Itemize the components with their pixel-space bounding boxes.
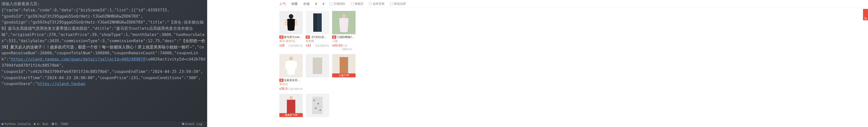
- product-sub: 森马 券231元: [279, 39, 303, 43]
- footer-python-console-label: Python Console: [4, 122, 31, 126]
- svg-point-25: [319, 110, 321, 111]
- product-price: ¥33: [306, 43, 311, 47]
- footer-run[interactable]: 4: Run: [34, 122, 48, 126]
- product-card[interactable]: 券【尺码任选】中老年冰丝裤… 券抢购 ¥33 已售1000+件: [306, 11, 329, 51]
- svg-point-23: [317, 103, 319, 104]
- svg-point-1: [289, 14, 293, 18]
- filter-flagship[interactable]: 旗舰店: [351, 2, 364, 6]
- footer-todo-label: 6: TODO: [55, 122, 68, 126]
- product-image: [279, 54, 303, 77]
- filter-selected-brand-label: 精选品牌: [394, 2, 406, 6]
- product-price-row: ¥39 已售3000+件: [279, 43, 303, 48]
- footer-event-log-label: Event Log: [185, 122, 202, 126]
- product-price-row: ¥38.9 已售1000+件: [279, 87, 303, 91]
- checkbox-icon: [330, 2, 333, 5]
- ide-footer: Python Console 4: Run 6: TODO Event Log: [0, 121, 207, 127]
- currency-symbol-1: ¥: [315, 2, 317, 6]
- product-card[interactable]: [306, 54, 329, 91]
- footer-python-console[interactable]: Python Console: [1, 122, 31, 126]
- filter-tmall-global[interactable]: 天猫国际: [330, 2, 345, 6]
- svg-point-22: [313, 99, 315, 101]
- product-image: [306, 54, 329, 77]
- coupon-badge: 券: [279, 79, 283, 82]
- product-title: 券森马官方outlets连衣裙黑色…: [279, 35, 303, 39]
- filter-selected-brand[interactable]: 精选品牌: [390, 2, 406, 6]
- product-sold: 已售1000+件: [315, 44, 329, 48]
- svg-point-18: [289, 96, 293, 99]
- product-title-text: 森马官方outlets连衣裙黑色…: [284, 36, 303, 38]
- coupon-badge: 券: [332, 36, 336, 39]
- product-card[interactable]: 满减券下69: [279, 94, 303, 117]
- sidebar-tag[interactable]: 为: [863, 9, 868, 20]
- promo-strip: 立减下69: [332, 74, 355, 77]
- product-sub: 券10元: [279, 83, 303, 86]
- product-sub: 券抢购: [306, 39, 329, 43]
- todo-icon: [52, 123, 54, 125]
- console-prompt-line: 请输入你要查第几页:: [1, 1, 40, 6]
- svg-rect-16: [340, 57, 348, 74]
- tab-popularity[interactable]: 人气: [279, 2, 286, 6]
- console-link-2[interactable]: https://uland.taobao: [38, 81, 86, 86]
- product-price: ¥39: [279, 43, 285, 47]
- product-title-text: 拉索尼冰丝渔夫帽短袖防晒衣…: [284, 79, 303, 82]
- product-card[interactable]: [306, 94, 329, 117]
- checkbox-icon: [390, 2, 393, 5]
- product-image: [306, 11, 329, 34]
- promo-strip: 满减券下69: [279, 113, 303, 117]
- run-icon: [34, 123, 36, 125]
- product-price-row: ¥49.63 已售5000+件: [332, 43, 355, 51]
- event-log-icon: [182, 123, 184, 125]
- svg-rect-11: [285, 61, 287, 69]
- product-sold: 已售5000+件: [342, 44, 355, 51]
- shopping-panel: 人气 销量 价格 ¥ ¥ 天猫国际 旗舰店 金牌卖家 精选品牌 券森马官方out…: [276, 0, 868, 127]
- filter-flagship-label: 旗舰店: [354, 2, 364, 6]
- svg-rect-14: [313, 57, 322, 74]
- svg-rect-6: [313, 13, 317, 32]
- checkbox-icon: [369, 2, 372, 5]
- product-image: [279, 11, 303, 34]
- python-icon: [1, 123, 3, 125]
- console-link-1[interactable]: https://uland.taobao.com/quan/detail?sel…: [11, 57, 146, 61]
- product-price: ¥49.63: [332, 43, 342, 47]
- svg-point-8: [342, 14, 346, 18]
- product-sold: 已售3000+件: [288, 44, 303, 48]
- ide-console-panel: 请输入你要查第几页: {"cache":false,"code":0,"data…: [0, 0, 207, 127]
- filter-gold-seller[interactable]: 金牌卖家: [369, 2, 385, 6]
- coupon-badge: 券: [279, 36, 283, 39]
- tab-price[interactable]: 价格: [303, 2, 310, 6]
- filter-tabs-row: 人气 销量 价格 ¥ ¥ 天猫国际 旗舰店 金牌卖家 精选品牌: [276, 0, 868, 8]
- product-image: [306, 94, 329, 117]
- product-title-text: 【尺码任选】中老年冰丝裤…: [310, 36, 329, 38]
- product-image: [332, 11, 355, 34]
- product-price: ¥38.9: [279, 87, 287, 90]
- footer-event-log[interactable]: Event Log: [182, 122, 202, 126]
- product-card[interactable]: 立减下69: [332, 54, 355, 91]
- footer-todo[interactable]: 6: TODO: [52, 122, 68, 126]
- svg-point-24: [315, 108, 316, 109]
- checkbox-icon: [351, 2, 353, 5]
- svg-rect-19: [287, 100, 295, 114]
- product-card[interactable]: 券拉索尼冰丝渔夫帽短袖防晒衣… 券10元 ¥38.9 已售1000+件: [279, 54, 303, 91]
- gap-panel: [207, 0, 276, 127]
- console-json-preamble: {"cache":false,"code":0,"data":{"bizScen…: [1, 8, 205, 43]
- tab-sales[interactable]: 销量: [291, 2, 298, 6]
- product-image: 立减下69: [332, 54, 355, 77]
- product-price-row: ¥33 已售1000+件: [306, 43, 329, 48]
- console-output: 请输入你要查第几页: {"cache":false,"code":0,"data…: [1, 1, 206, 87]
- product-title: 券【尺码任选】中老年冰丝裤…: [306, 35, 329, 39]
- filter-gold-seller-label: 金牌卖家: [373, 2, 385, 6]
- svg-rect-12: [295, 61, 297, 69]
- coupon-badge: 券: [306, 36, 310, 39]
- products-grid: 券森马官方outlets连衣裙黑色… 森马 券231元 ¥39 已售3000+件…: [276, 8, 383, 117]
- product-sold: 已售1000+件: [288, 87, 303, 91]
- product-card[interactable]: 券森马官方outlets连衣裙黑色… 森马 券231元 ¥39 已售3000+件: [279, 11, 303, 51]
- product-title: 券拉索尼冰丝渔夫帽短袖防晒衣…: [279, 78, 303, 82]
- svg-rect-2: [285, 20, 287, 25]
- product-card[interactable]: 券三福防晒服202新款夏季参… 三福 ¥49.63 已售5000+件: [332, 11, 355, 51]
- product-title-text: 三福防晒服202新款夏季参…: [337, 36, 355, 38]
- footer-run-label: 4: Run: [37, 122, 48, 126]
- svg-rect-3: [295, 20, 297, 25]
- filter-tmall-global-label: 天猫国际: [333, 2, 345, 6]
- currency-symbol-2: ¥: [322, 2, 324, 6]
- product-sub: 三福: [332, 39, 355, 43]
